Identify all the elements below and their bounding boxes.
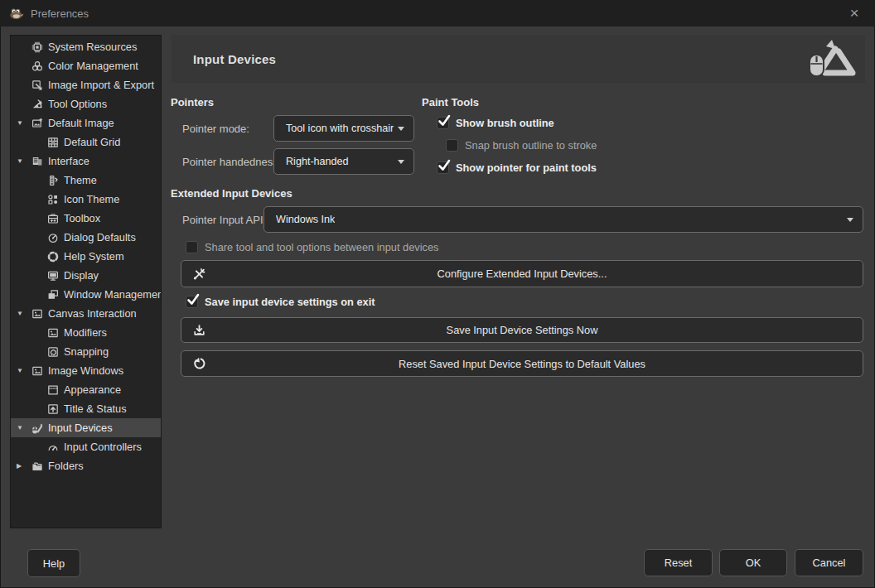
reset-revert-icon [192,357,206,371]
icon-theme-icon [46,193,60,206]
help-buoy-icon [46,250,60,263]
sidebar-item-folders[interactable]: ▶Folders [11,456,161,475]
sidebar-item-image-import-export[interactable]: Image Import & Export [11,75,161,94]
check-icon [186,292,201,307]
expander-down-icon[interactable]: ▼ [17,310,31,317]
interface-icon [31,155,44,168]
image-import-export-icon [31,79,44,92]
paint-tools-section-title: Paint Tools [422,96,479,108]
pointer-input-api-dropdown[interactable]: Windows Ink [263,206,863,233]
ok-button[interactable]: OK [719,549,787,576]
title-status-icon [46,402,60,416]
checkbox-box[interactable] [186,241,198,253]
configure-tools-icon [192,267,206,281]
preferences-sidebar-tree: System ResourcesColor ManagementImage Im… [10,35,162,528]
picture-icon [31,307,44,321]
pointers-section-title: Pointers [171,96,214,108]
sidebar-item-icon-theme[interactable]: Icon Theme [11,190,161,209]
appearance-icon [46,383,60,397]
input-devices-icon [31,422,44,435]
expander-down-icon[interactable]: ▼ [17,424,31,431]
theme-icon [46,174,60,187]
pointer-handedness-dropdown[interactable]: Right-handed [273,148,414,175]
save-input-device-settings-now-button[interactable]: Save Input Device Settings Now [181,317,863,343]
sidebar-item-theme[interactable]: Theme [11,171,161,190]
sidebar-item-modifiers[interactable]: Modifiers [11,323,161,342]
sidebar-item-interface[interactable]: ▼Interface [11,152,161,171]
sidebar-item-image-windows[interactable]: ▼Image Windows [11,361,161,380]
dropdown-arrow-icon [398,127,404,131]
show-brush-outline-checkbox[interactable]: Show brush outline [437,116,554,129]
sidebar-item-toolbox[interactable]: Toolbox [11,209,161,228]
sidebar-item-window-management[interactable]: Window Management [11,285,161,304]
configure-extended-input-devices-button[interactable]: Configure Extended Input Devices... [181,260,863,287]
windows-icon [46,288,60,301]
reset-saved-input-device-settings-button[interactable]: Reset Saved Input Device Settings to Def… [181,350,863,377]
sidebar-item-system-resources[interactable]: System Resources [11,37,161,56]
cancel-button[interactable]: Cancel [795,549,863,576]
help-button[interactable]: Help [27,549,80,577]
default-image-icon [31,117,44,130]
grid-icon [46,136,60,149]
sidebar-item-input-devices[interactable]: ▼Input Devices [11,418,161,437]
titlebar: Preferences × [0,0,875,27]
sidebar-item-tool-options[interactable]: Tool Options [11,94,161,113]
sidebar-item-canvas-interaction[interactable]: ▼Canvas Interaction [11,304,161,323]
system-resources-icon [31,41,44,54]
expander-down-icon[interactable]: ▼ [17,157,31,165]
sidebar-item-dialog-defaults[interactable]: Dialog Defaults [11,228,161,247]
sidebar-item-display[interactable]: Display [11,266,161,285]
expander-right-icon[interactable]: ▶ [17,462,31,470]
pointer-mode-dropdown[interactable]: Tool icon with crosshair [273,115,414,142]
check-icon [437,113,452,128]
checkbox-box[interactable] [446,139,458,152]
pointer-input-api-label: Pointer Input API: [182,214,266,226]
sidebar-item-title-status[interactable]: Title & Status [11,399,161,418]
tool-options-icon [31,98,44,111]
snap-brush-outline-checkbox[interactable]: Snap brush outline to stroke [446,138,597,152]
input-devices-large-icon [807,38,860,80]
window-title: Preferences [31,7,89,20]
display-icon [46,269,60,282]
folder-icon [31,460,44,473]
share-tool-options-checkbox[interactable]: Share tool and tool options between inpu… [186,240,438,253]
page-header: Input Devices [172,35,865,83]
pointer-mode-label: Pointer mode: [182,123,249,135]
sidebar-item-default-image[interactable]: ▼Default Image [11,113,161,133]
toolbox-icon [46,212,60,225]
controller-dial-icon [46,441,60,454]
show-pointer-paint-tools-checkbox[interactable]: Show pointer for paint tools [437,161,597,174]
dial-icon [46,231,60,244]
sidebar-item-appearance[interactable]: Appearance [11,380,161,399]
extended-input-devices-section-title: Extended Input Devices [171,187,292,200]
sidebar-item-color-management[interactable]: Color Management [11,56,161,75]
dropdown-arrow-icon [847,218,853,222]
checkbox-box[interactable] [437,161,449,174]
gimp-wilber-icon [8,7,24,20]
sidebar-item-default-grid[interactable]: Default Grid [11,133,161,152]
picture-icon [31,364,44,378]
color-management-icon [31,60,44,73]
checkbox-box[interactable] [437,117,449,129]
save-input-settings-on-exit-checkbox[interactable]: Save input device settings on exit [186,295,375,308]
reset-button[interactable]: Reset [644,549,713,576]
save-icon [192,323,206,337]
picture-icon [46,326,60,340]
sidebar-item-input-controllers[interactable]: Input Controllers [11,437,161,456]
expander-down-icon[interactable]: ▼ [17,119,31,127]
preferences-window: Preferences × System ResourcesColor Mana… [0,0,875,588]
page-title: Input Devices [193,35,276,83]
expander-down-icon[interactable]: ▼ [17,367,31,374]
pointer-handedness-label: Pointer handedness: [182,156,281,168]
snapping-icon [46,345,60,359]
check-icon [437,158,452,173]
checkbox-box[interactable] [186,296,198,308]
sidebar-item-help-system[interactable]: Help System [11,247,161,266]
close-button[interactable]: × [840,2,868,24]
sidebar-item-snapping[interactable]: Snapping [11,342,161,361]
dropdown-arrow-icon [398,160,404,164]
